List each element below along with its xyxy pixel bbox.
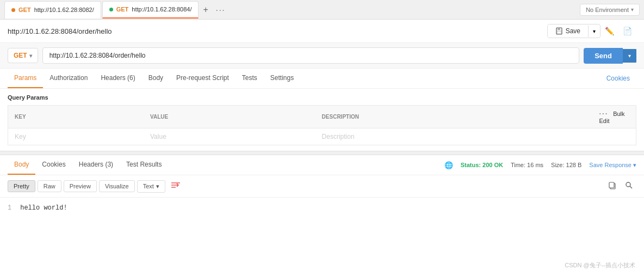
- method-selector[interactable]: GET ▾: [8, 48, 38, 63]
- format-select[interactable]: Text ▾: [137, 180, 165, 193]
- size-label: Size: 128 B: [551, 162, 581, 168]
- save-response-button[interactable]: Save Response ▾: [589, 162, 636, 169]
- search-icon: [625, 181, 633, 189]
- save-dropdown-button[interactable]: ▾: [588, 26, 600, 37]
- env-chevron-icon: ▾: [631, 7, 634, 13]
- key-col-header: KEY: [8, 106, 144, 128]
- actions-col-header: ··· Bulk Edit: [593, 106, 636, 128]
- globe-icon: 🌐: [444, 161, 453, 169]
- tab-authorization[interactable]: Authorization: [43, 69, 94, 88]
- response-tabs-bar: Body Cookies Headers (3) Test Results 🌐 …: [0, 155, 644, 175]
- tab-1-method: GET: [18, 7, 31, 13]
- tab-tests[interactable]: Tests: [236, 69, 264, 88]
- response-line-1: hello world!: [20, 204, 67, 212]
- desc-cell[interactable]: Description: [315, 128, 593, 145]
- params-table: KEY VALUE DESCRIPTION ··· Bulk Edit Key …: [8, 105, 636, 145]
- svg-point-8: [626, 182, 630, 187]
- request-bar: GET ▾ Send ▾: [0, 43, 644, 69]
- wrap-icon-button[interactable]: [168, 179, 184, 193]
- resp-tab-testresults[interactable]: Test Results: [120, 155, 168, 175]
- new-tab-button[interactable]: +: [200, 5, 211, 15]
- fmt-tab-visualize[interactable]: Visualize: [99, 180, 135, 192]
- line-number-1: 1: [8, 204, 11, 212]
- edit-icon-button[interactable]: ✏️: [600, 24, 618, 38]
- copy-button[interactable]: [605, 179, 620, 193]
- svg-rect-7: [609, 182, 614, 188]
- format-select-chevron-icon: ▾: [156, 183, 159, 190]
- more-tabs-button[interactable]: ···: [213, 5, 229, 14]
- save-response-chevron-icon: ▾: [633, 162, 636, 169]
- status-badge: Status: 200 OK: [461, 162, 503, 168]
- fmt-tab-preview[interactable]: Preview: [64, 180, 97, 192]
- send-button[interactable]: Send: [584, 48, 623, 64]
- request-title: http://10.1.62.28:8084/order/hello: [8, 27, 547, 35]
- time-label: Time: 16 ms: [511, 162, 543, 168]
- send-dropdown-button[interactable]: ▾: [623, 49, 636, 63]
- resp-status-area: 🌐 Status: 200 OK Time: 16 ms Size: 128 B…: [444, 161, 636, 169]
- format-select-label: Text: [143, 183, 154, 189]
- query-params-section: Query Params KEY VALUE DESCRIPTION ··· B…: [0, 89, 644, 151]
- save-label: Save: [566, 27, 580, 35]
- wrap-icon: [171, 181, 181, 189]
- value-col-header: VALUE: [144, 106, 315, 128]
- row-actions-cell: [593, 128, 636, 145]
- resp-tab-cookies[interactable]: Cookies: [35, 155, 72, 175]
- save-response-label: Save Response: [589, 162, 631, 168]
- svg-rect-2: [557, 31, 561, 34]
- save-button[interactable]: Save: [548, 24, 588, 38]
- tab-1-dot: [11, 8, 15, 12]
- resp-tab-headers[interactable]: Headers (3): [72, 155, 120, 175]
- table-row: Key Value Description: [8, 128, 636, 145]
- desc-col-header: DESCRIPTION: [315, 106, 593, 128]
- tab-2[interactable]: GET http://10.1.62.28:8084/: [102, 1, 199, 19]
- tab-bar: GET http://10.1.62.28:8082/ GET http://1…: [0, 0, 644, 20]
- tab-1[interactable]: GET http://10.1.62.28:8082/: [4, 1, 101, 19]
- send-btn-group: Send ▾: [584, 48, 636, 64]
- environment-selector[interactable]: No Environment ▾: [580, 4, 640, 16]
- url-input[interactable]: [42, 47, 580, 64]
- format-bar: Pretty Raw Preview Visualize Text ▾: [0, 175, 644, 198]
- svg-rect-1: [558, 28, 560, 30]
- value-cell[interactable]: Value: [144, 128, 315, 145]
- query-params-title: Query Params: [8, 94, 636, 101]
- tab-settings[interactable]: Settings: [264, 69, 300, 88]
- env-label: No Environment: [586, 7, 629, 13]
- tab-2-url: http://10.1.62.28:8084/: [132, 6, 191, 13]
- fmt-tab-pretty[interactable]: Pretty: [8, 180, 35, 192]
- response-body: 1hello world!: [0, 198, 644, 252]
- svg-line-9: [630, 186, 632, 188]
- key-cell[interactable]: Key: [8, 128, 144, 145]
- copy-icon: [608, 181, 616, 189]
- table-options-icon[interactable]: ···: [599, 109, 609, 118]
- response-section: Body Cookies Headers (3) Test Results 🌐 …: [0, 155, 644, 252]
- tab-params[interactable]: Params: [8, 69, 43, 88]
- method-chevron-icon: ▾: [29, 53, 32, 59]
- request-tabs: Params Authorization Headers (6) Body Pr…: [0, 69, 644, 89]
- tab-2-dot: [109, 8, 113, 11]
- docs-icon-button[interactable]: 📄: [618, 24, 636, 38]
- fmt-tab-raw[interactable]: Raw: [38, 180, 61, 192]
- section-divider: [0, 151, 644, 155]
- save-btn-group: Save ▾: [547, 24, 600, 38]
- url-bar-area: http://10.1.62.28:8084/order/hello Save …: [0, 20, 644, 43]
- tab-1-url: http://10.1.62.28:8082/: [34, 7, 94, 13]
- tab-2-method: GET: [116, 6, 129, 13]
- method-label: GET: [14, 52, 27, 59]
- tab-prerequest[interactable]: Pre-request Script: [170, 69, 236, 88]
- search-button[interactable]: [622, 179, 636, 193]
- resp-tab-body[interactable]: Body: [8, 155, 35, 175]
- save-icon: [555, 27, 563, 35]
- tab-headers[interactable]: Headers (6): [94, 69, 141, 88]
- tab-body[interactable]: Body: [142, 69, 170, 88]
- cookies-link[interactable]: Cookies: [600, 69, 636, 88]
